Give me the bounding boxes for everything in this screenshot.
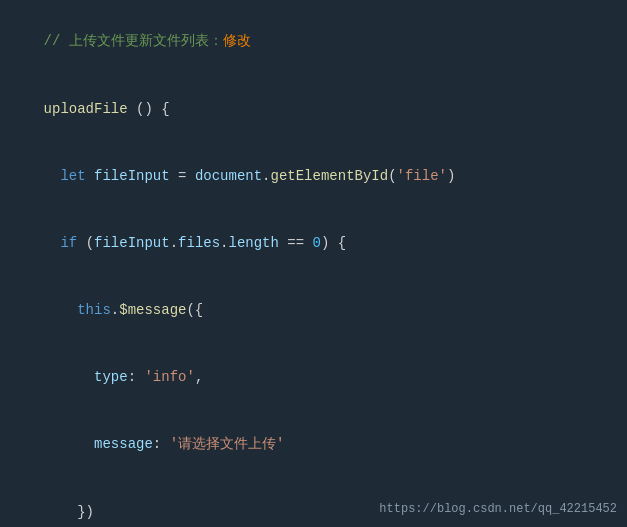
code-editor: // 上传文件更新文件列表：修改 uploadFile () { let fil… bbox=[0, 0, 627, 527]
code-line-5: this.$message({ bbox=[10, 277, 617, 344]
code-line-3: let fileInput = document.getElementById(… bbox=[10, 142, 617, 209]
code-line-7: message: '请选择文件上传' bbox=[10, 411, 617, 478]
watermark: https://blog.csdn.net/qq_42215452 bbox=[379, 500, 617, 519]
code-line-1: // 上传文件更新文件列表：修改 bbox=[10, 8, 617, 75]
code-line-6: type: 'info', bbox=[10, 344, 617, 411]
code-line-4: if (fileInput.files.length == 0) { bbox=[10, 210, 617, 277]
code-line-2: uploadFile () { bbox=[10, 75, 617, 142]
